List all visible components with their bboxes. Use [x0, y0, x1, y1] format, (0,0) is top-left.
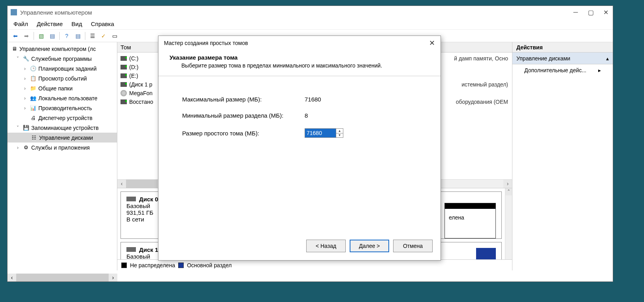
folder-icon: 📁: [30, 85, 37, 92]
app-icon: [11, 9, 17, 15]
max-size-value: 71680: [305, 96, 321, 103]
users-icon: 👥: [30, 95, 37, 101]
disk-icon: [126, 197, 136, 201]
tree-storage[interactable]: ˅💾Запоминающие устройств: [8, 123, 117, 133]
legend: Не распределена Основной раздел: [117, 259, 512, 270]
check-icon[interactable]: ✓: [99, 31, 108, 41]
legend-swatch: [178, 263, 184, 268]
form-icon[interactable]: ▭: [110, 31, 119, 41]
min-size-value: 8: [305, 112, 308, 119]
tree-shared[interactable]: ›📁Общие папки: [8, 83, 117, 93]
clock-icon: 🕒: [30, 66, 37, 72]
cd-icon: [121, 90, 127, 96]
actions-panel: Действия Управление дисками▴ Дополнитель…: [512, 42, 613, 270]
up-icon[interactable]: ▧: [36, 31, 46, 41]
disk-icon: [126, 247, 136, 252]
wizard-titlebar: Мастер создания простых томов ✕: [158, 36, 441, 50]
maximize-button[interactable]: ▢: [587, 9, 595, 16]
volume-size-label: Размер простого тома (МБ):: [182, 130, 305, 137]
tree-scheduler[interactable]: ›🕒Планировщик заданий: [8, 64, 117, 73]
wizard-heading: Указание размера тома: [169, 54, 429, 61]
help-icon[interactable]: ?: [62, 31, 72, 41]
volume-icon: [121, 65, 127, 69]
wizard-header: Указание размера тома Выберите размер то…: [158, 50, 441, 76]
tree-tools[interactable]: ˅🔧Служебные программы: [8, 54, 117, 64]
tree-panel: 🖥Управление компьютером (лс ˅🔧Служебные …: [8, 42, 117, 270]
cancel-button[interactable]: Отмена: [393, 240, 433, 252]
legend-swatch: [121, 263, 127, 268]
tree-users[interactable]: ›👥Локальные пользовате: [8, 93, 117, 103]
actions-item[interactable]: Дополнительные дейс...▸: [512, 64, 613, 76]
spinner-up-icon[interactable]: ▲: [336, 129, 343, 133]
menubar: Файл Действие Вид Справка: [8, 19, 613, 30]
tree-services[interactable]: ›⚙Службы и приложения: [8, 143, 117, 152]
menu-file[interactable]: Файл: [13, 21, 28, 27]
v-scrollbar[interactable]: ˄: [505, 188, 512, 260]
partition-fragment[interactable]: елена: [444, 203, 496, 238]
volume-icon: [121, 73, 127, 78]
next-button[interactable]: Далее >: [350, 240, 389, 252]
event-icon: 📋: [30, 75, 37, 82]
tree-events[interactable]: ›📋Просмотр событий: [8, 73, 117, 83]
titlebar: Управление компьютером ─ ▢ ✕: [8, 6, 613, 19]
menu-help[interactable]: Справка: [91, 21, 114, 27]
refresh-icon[interactable]: ▤: [73, 31, 83, 41]
tools-icon: 🔧: [23, 56, 30, 62]
tree-perf[interactable]: ›📊Производительность: [8, 103, 117, 113]
wizard-title: Мастер создания простых томов: [164, 40, 248, 46]
device-icon: 🖨: [30, 115, 37, 121]
volume-icon: [121, 82, 127, 87]
spinner-down-icon[interactable]: ▼: [336, 133, 343, 138]
computer-icon: 🖥: [11, 46, 18, 52]
services-icon: ⚙: [23, 144, 30, 151]
back-icon[interactable]: ⬅: [11, 31, 20, 41]
max-size-label: Максимальный размер (МБ):: [182, 96, 305, 103]
tree-diskmgr[interactable]: ☷Управление дисками: [8, 133, 117, 143]
wizard-body: Максимальный размер (МБ): 71680 Минималь…: [158, 76, 441, 167]
actions-group[interactable]: Управление дисками▴: [512, 53, 613, 64]
minimize-button[interactable]: ─: [572, 9, 580, 16]
volume-icon: [121, 99, 127, 104]
forward-icon[interactable]: ➡: [22, 31, 31, 41]
menu-action[interactable]: Действие: [37, 21, 63, 27]
storage-icon: 💾: [23, 125, 30, 131]
menu-view[interactable]: Вид: [72, 21, 82, 27]
volume-icon: [121, 56, 127, 61]
close-icon[interactable]: ✕: [429, 39, 435, 47]
properties-icon[interactable]: ▤: [47, 31, 57, 41]
back-button[interactable]: < Назад: [306, 240, 346, 252]
list-icon[interactable]: ☰: [88, 31, 97, 41]
min-size-label: Минимальный размер раздела (МБ):: [182, 112, 305, 119]
tree-scrollbar[interactable]: ‹›: [8, 274, 117, 281]
actions-header: Действия: [512, 42, 613, 53]
partition-fragment[interactable]: [476, 248, 496, 260]
tree-devmgr[interactable]: 🖨Диспетчер устройств: [8, 113, 117, 123]
spinner: ▲ ▼: [336, 129, 343, 137]
wizard-dialog: Мастер создания простых томов ✕ Указание…: [158, 36, 441, 261]
tree-root[interactable]: 🖥Управление компьютером (лс: [8, 44, 117, 54]
wizard-subtitle: Выберите размер тома в пределах минималь…: [169, 62, 391, 69]
chevron-right-icon: ▸: [598, 67, 601, 73]
volume-size-input[interactable]: [305, 129, 336, 137]
collapse-icon[interactable]: ▴: [606, 55, 609, 62]
close-button[interactable]: ✕: [602, 9, 610, 16]
disk-icon: ☷: [30, 135, 38, 141]
window-title: Управление компьютером: [20, 9, 92, 16]
perf-icon: 📊: [30, 105, 37, 111]
